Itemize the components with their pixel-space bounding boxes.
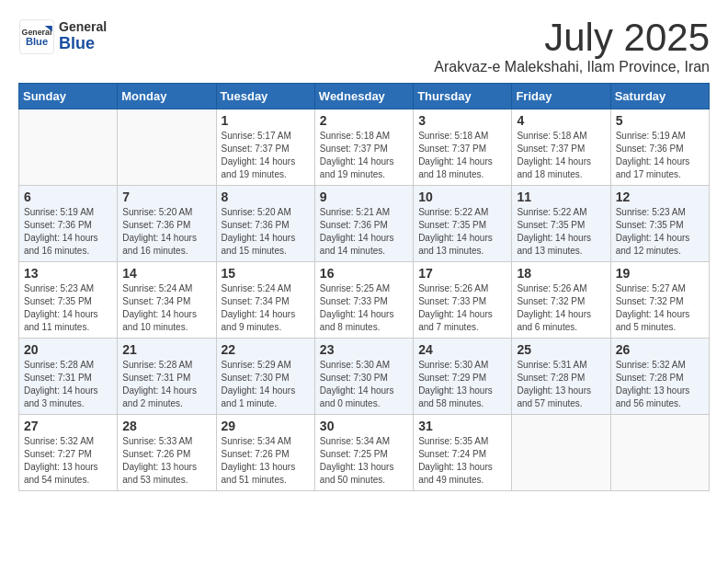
calendar-cell: 20Sunrise: 5:28 AM Sunset: 7:31 PM Dayli…: [19, 339, 118, 415]
calendar-cell: 28Sunrise: 5:33 AM Sunset: 7:26 PM Dayli…: [118, 415, 216, 491]
calendar-cell: 30Sunrise: 5:34 AM Sunset: 7:25 PM Dayli…: [314, 415, 413, 491]
calendar-cell: 2Sunrise: 5:18 AM Sunset: 7:37 PM Daylig…: [314, 109, 413, 186]
calendar-cell: 18Sunrise: 5:26 AM Sunset: 7:32 PM Dayli…: [512, 262, 610, 339]
day-number: 23: [320, 342, 408, 357]
calendar-cell: 7Sunrise: 5:20 AM Sunset: 7:36 PM Daylig…: [118, 186, 216, 262]
day-info: Sunrise: 5:22 AM Sunset: 7:35 PM Dayligh…: [517, 206, 605, 258]
day-number: 13: [24, 266, 112, 281]
day-info: Sunrise: 5:30 AM Sunset: 7:29 PM Dayligh…: [418, 359, 506, 410]
calendar-cell: 13Sunrise: 5:23 AM Sunset: 7:35 PM Dayli…: [19, 262, 118, 339]
day-info: Sunrise: 5:20 AM Sunset: 7:36 PM Dayligh…: [222, 206, 310, 258]
column-header-friday: Friday: [512, 84, 610, 109]
day-info: Sunrise: 5:24 AM Sunset: 7:34 PM Dayligh…: [222, 282, 310, 334]
day-info: Sunrise: 5:23 AM Sunset: 7:35 PM Dayligh…: [24, 282, 112, 334]
calendar-cell: 9Sunrise: 5:21 AM Sunset: 7:36 PM Daylig…: [314, 186, 413, 262]
column-header-thursday: Thursday: [414, 84, 512, 109]
calendar-cell: 3Sunrise: 5:18 AM Sunset: 7:37 PM Daylig…: [414, 109, 512, 186]
day-number: 28: [122, 419, 210, 433]
calendar-cell: 19Sunrise: 5:27 AM Sunset: 7:32 PM Dayli…: [610, 262, 709, 339]
day-number: 12: [616, 190, 704, 204]
day-info: Sunrise: 5:28 AM Sunset: 7:31 PM Dayligh…: [24, 359, 112, 410]
calendar-header-row: SundayMondayTuesdayWednesdayThursdayFrid…: [19, 84, 710, 109]
day-number: 25: [517, 342, 605, 357]
day-info: Sunrise: 5:21 AM Sunset: 7:36 PM Dayligh…: [320, 206, 408, 258]
day-number: 4: [517, 113, 605, 128]
calendar-cell: 22Sunrise: 5:29 AM Sunset: 7:30 PM Dayli…: [216, 339, 314, 415]
day-info: Sunrise: 5:34 AM Sunset: 7:25 PM Dayligh…: [320, 435, 408, 487]
logo: General Blue General Blue: [18, 18, 107, 55]
calendar-cell: 12Sunrise: 5:23 AM Sunset: 7:35 PM Dayli…: [610, 186, 709, 262]
day-number: 14: [122, 266, 210, 281]
calendar-cell: 10Sunrise: 5:22 AM Sunset: 7:35 PM Dayli…: [414, 186, 512, 262]
day-info: Sunrise: 5:35 AM Sunset: 7:24 PM Dayligh…: [418, 435, 506, 487]
day-number: 5: [616, 113, 704, 128]
day-number: 24: [418, 342, 506, 357]
day-info: Sunrise: 5:32 AM Sunset: 7:28 PM Dayligh…: [616, 359, 704, 410]
month-title: July 2025: [434, 18, 710, 57]
day-info: Sunrise: 5:27 AM Sunset: 7:32 PM Dayligh…: [616, 282, 704, 334]
day-info: Sunrise: 5:30 AM Sunset: 7:30 PM Dayligh…: [320, 359, 408, 410]
day-info: Sunrise: 5:24 AM Sunset: 7:34 PM Dayligh…: [122, 282, 210, 334]
calendar-cell: [512, 415, 610, 491]
calendar-cell: 11Sunrise: 5:22 AM Sunset: 7:35 PM Dayli…: [512, 186, 610, 262]
calendar-week-row: 20Sunrise: 5:28 AM Sunset: 7:31 PM Dayli…: [19, 339, 710, 415]
day-info: Sunrise: 5:22 AM Sunset: 7:35 PM Dayligh…: [418, 206, 506, 258]
logo-blue: Blue: [59, 35, 107, 53]
day-number: 18: [517, 266, 605, 281]
day-info: Sunrise: 5:17 AM Sunset: 7:37 PM Dayligh…: [222, 130, 310, 181]
day-info: Sunrise: 5:18 AM Sunset: 7:37 PM Dayligh…: [320, 130, 408, 181]
location: Arakvaz-e Malekshahi, Ilam Province, Ira…: [434, 59, 710, 75]
column-header-tuesday: Tuesday: [216, 84, 314, 109]
column-header-monday: Monday: [118, 84, 216, 109]
page-header: General Blue General Blue July 2025 Arak…: [18, 18, 710, 75]
column-header-sunday: Sunday: [19, 84, 118, 109]
day-info: Sunrise: 5:29 AM Sunset: 7:30 PM Dayligh…: [222, 359, 310, 410]
day-number: 9: [320, 190, 408, 204]
calendar: SundayMondayTuesdayWednesdayThursdayFrid…: [18, 83, 710, 491]
day-number: 3: [418, 113, 506, 128]
day-number: 21: [122, 342, 210, 357]
column-header-saturday: Saturday: [610, 84, 709, 109]
calendar-cell: 1Sunrise: 5:17 AM Sunset: 7:37 PM Daylig…: [216, 109, 314, 186]
calendar-week-row: 27Sunrise: 5:32 AM Sunset: 7:27 PM Dayli…: [19, 415, 710, 491]
logo-icon: General Blue: [18, 18, 55, 55]
day-number: 17: [418, 266, 506, 281]
logo-general: General: [59, 20, 107, 34]
calendar-week-row: 6Sunrise: 5:19 AM Sunset: 7:36 PM Daylig…: [19, 186, 710, 262]
day-number: 27: [24, 419, 112, 433]
calendar-cell: 6Sunrise: 5:19 AM Sunset: 7:36 PM Daylig…: [19, 186, 118, 262]
day-info: Sunrise: 5:19 AM Sunset: 7:36 PM Dayligh…: [24, 206, 112, 258]
calendar-cell: 17Sunrise: 5:26 AM Sunset: 7:33 PM Dayli…: [414, 262, 512, 339]
day-number: 2: [320, 113, 408, 128]
logo-text: General Blue: [59, 20, 107, 52]
day-info: Sunrise: 5:18 AM Sunset: 7:37 PM Dayligh…: [517, 130, 605, 181]
day-number: 10: [418, 190, 506, 204]
day-info: Sunrise: 5:23 AM Sunset: 7:35 PM Dayligh…: [616, 206, 704, 258]
calendar-cell: [19, 109, 118, 186]
day-info: Sunrise: 5:26 AM Sunset: 7:32 PM Dayligh…: [517, 282, 605, 334]
day-info: Sunrise: 5:18 AM Sunset: 7:37 PM Dayligh…: [418, 130, 506, 181]
day-number: 16: [320, 266, 408, 281]
calendar-cell: 29Sunrise: 5:34 AM Sunset: 7:26 PM Dayli…: [216, 415, 314, 491]
calendar-cell: 25Sunrise: 5:31 AM Sunset: 7:28 PM Dayli…: [512, 339, 610, 415]
day-info: Sunrise: 5:26 AM Sunset: 7:33 PM Dayligh…: [418, 282, 506, 334]
calendar-cell: 24Sunrise: 5:30 AM Sunset: 7:29 PM Dayli…: [414, 339, 512, 415]
calendar-cell: [610, 415, 709, 491]
day-info: Sunrise: 5:32 AM Sunset: 7:27 PM Dayligh…: [24, 435, 112, 487]
day-number: 11: [517, 190, 605, 204]
day-number: 29: [222, 419, 310, 433]
day-info: Sunrise: 5:19 AM Sunset: 7:36 PM Dayligh…: [616, 130, 704, 181]
calendar-cell: 5Sunrise: 5:19 AM Sunset: 7:36 PM Daylig…: [610, 109, 709, 186]
calendar-cell: 4Sunrise: 5:18 AM Sunset: 7:37 PM Daylig…: [512, 109, 610, 186]
calendar-cell: [118, 109, 216, 186]
calendar-cell: 15Sunrise: 5:24 AM Sunset: 7:34 PM Dayli…: [216, 262, 314, 339]
day-number: 20: [24, 342, 112, 357]
svg-text:Blue: Blue: [26, 36, 48, 47]
day-number: 7: [122, 190, 210, 204]
day-number: 30: [320, 419, 408, 433]
day-number: 15: [222, 266, 310, 281]
calendar-cell: 31Sunrise: 5:35 AM Sunset: 7:24 PM Dayli…: [414, 415, 512, 491]
column-header-wednesday: Wednesday: [314, 84, 413, 109]
calendar-cell: 27Sunrise: 5:32 AM Sunset: 7:27 PM Dayli…: [19, 415, 118, 491]
day-info: Sunrise: 5:25 AM Sunset: 7:33 PM Dayligh…: [320, 282, 408, 334]
